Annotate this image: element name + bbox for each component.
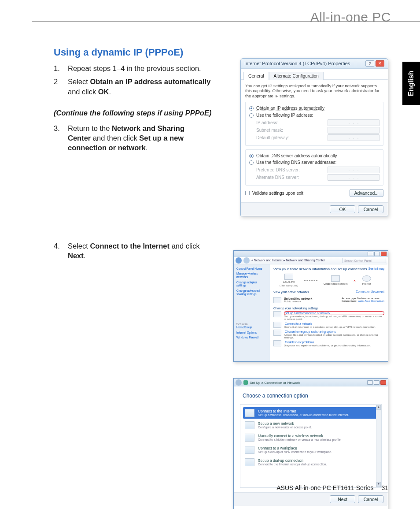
side-link[interactable]: Change adapter settings: [236, 281, 267, 288]
radio-use-ip[interactable]: [249, 113, 254, 118]
connect-internet-icon: [245, 409, 254, 417]
maximize-button[interactable]: [374, 252, 380, 256]
network-icon: [331, 275, 340, 282]
workplace-icon: [245, 446, 254, 454]
language-tab: English: [402, 62, 420, 105]
network-sharing-center-window: « Network and Internet ▸ Network and Sha…: [233, 250, 388, 362]
help-button[interactable]: ?: [365, 60, 374, 67]
validate-checkbox[interactable]: [245, 191, 250, 195]
pc-icon: [284, 274, 293, 280]
option-dialup[interactable]: Set up a dial-up connectionConnect to th…: [243, 457, 379, 468]
troubleshoot-link[interactable]: Troubleshoot problems: [284, 340, 371, 344]
setup-connection-icon: [273, 311, 281, 317]
step-1: 1. Repeat steps 1–4 in the previous sect…: [54, 63, 212, 73]
seealso-link[interactable]: Internet Options: [236, 331, 267, 334]
option-new-network[interactable]: Set up a new networkConfigure a new rout…: [243, 420, 379, 431]
close-button[interactable]: ✕: [376, 60, 384, 67]
close-button[interactable]: [380, 380, 386, 385]
next-button[interactable]: Next: [330, 495, 355, 503]
setup-connection-link[interactable]: Set up a new connection or network: [284, 311, 384, 315]
maximize-button[interactable]: [374, 380, 379, 385]
back-button[interactable]: [236, 257, 242, 264]
homegroup-link[interactable]: Choose homegroup and sharing options: [284, 330, 384, 334]
step-2: 2 Select Obtain an IP address automatica…: [54, 77, 212, 97]
minimize-button[interactable]: [367, 380, 373, 385]
section-title: Using a dynamic IP (PPPoE): [54, 47, 388, 58]
tab-alternate[interactable]: Alternate Configuration: [269, 72, 324, 80]
pref-dns-input: . . .: [328, 167, 379, 173]
gateway-input: . . .: [328, 134, 379, 141]
connect-network-link[interactable]: Connect to a network: [284, 322, 376, 326]
wireless-icon: [245, 434, 254, 442]
dialup-icon: [245, 458, 254, 466]
cp-home-link[interactable]: Control Panel Home: [236, 267, 267, 270]
seealso-link[interactable]: Windows Firewall: [236, 336, 267, 339]
dialog-title: Internet Protocol Version 4 (TCP/IPv4) P…: [244, 61, 350, 66]
new-network-icon: [245, 421, 254, 429]
wizard-back-button[interactable]: [236, 379, 242, 386]
ipv4-properties-dialog: Internet Protocol Version 4 (TCP/IPv4) P…: [240, 58, 388, 216]
minimize-button[interactable]: [368, 252, 373, 256]
forward-button[interactable]: [243, 257, 250, 264]
cancel-button[interactable]: Cancel: [358, 495, 383, 503]
search-input[interactable]: Search Control Panel: [342, 258, 386, 263]
option-connect-internet[interactable]: Connect to the InternetSet up a wireless…: [243, 407, 379, 419]
active-network-icon: [273, 297, 281, 303]
seealso-link[interactable]: HomeGroup: [236, 326, 267, 329]
homegroup-icon: [273, 330, 281, 336]
internet-icon: [362, 275, 371, 282]
close-button[interactable]: [381, 252, 387, 256]
breadcrumb[interactable]: « Network and Internet ▸ Network and Sha…: [251, 259, 325, 262]
wizard-heading: Choose a connection option: [243, 393, 382, 399]
info-text: You can get IP settings assigned automat…: [245, 83, 383, 98]
radio-use-dns[interactable]: [249, 160, 254, 165]
wizard-title: Set Up a Connection or Network: [250, 381, 300, 385]
option-wireless[interactable]: Manually connect to a wireless networkCo…: [243, 432, 379, 443]
option-workplace[interactable]: Connect to a workplaceSet up a dial-up o…: [243, 444, 379, 456]
cancel-button[interactable]: Cancel: [358, 205, 383, 213]
wizard-icon: [243, 380, 248, 385]
connection-error-icon: ✕: [354, 279, 356, 282]
connection-link[interactable]: Local Area Connection: [358, 300, 384, 302]
page-footer: ASUS All-in-one PC ET1611 Series31: [276, 484, 388, 491]
product-line-title: All-in-one PC: [310, 10, 391, 25]
scrollbar[interactable]: ▲▼: [376, 405, 381, 487]
step-3: 3. Return to the Network and Sharing Cen…: [54, 123, 203, 153]
alt-dns-input: . . .: [328, 174, 379, 181]
main-header: View your basic network information and …: [273, 267, 384, 271]
ip-address-input: . . .: [328, 119, 379, 126]
advanced-button[interactable]: Advanced...: [350, 189, 383, 197]
radio-obtain-ip-auto[interactable]: [249, 106, 254, 111]
side-link[interactable]: Change advanced sharing settings: [236, 289, 267, 296]
radio-obtain-dns-auto[interactable]: [249, 154, 254, 158]
ok-button[interactable]: OK: [330, 205, 355, 213]
change-settings-header: Change your networking settings: [273, 307, 384, 310]
tab-general[interactable]: General: [243, 72, 269, 80]
see-full-map-link[interactable]: See full map: [368, 267, 384, 270]
troubleshoot-icon: [273, 340, 281, 346]
side-link[interactable]: Manage wireless networks: [236, 272, 267, 279]
see-also-header: See also: [236, 323, 267, 326]
connect-disconnect-link[interactable]: Connect or disconnect: [356, 290, 384, 293]
subnet-input: . . .: [328, 127, 379, 134]
connect-network-icon: [273, 322, 281, 328]
step-4: 4. Select Connect to the Internet and cl…: [54, 241, 203, 261]
